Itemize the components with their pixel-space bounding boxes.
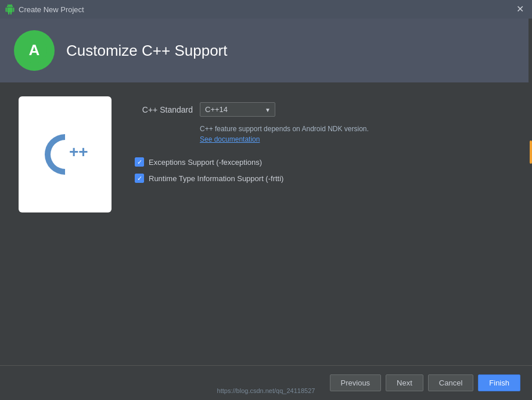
page-title: Customize C++ Support xyxy=(66,42,227,60)
header-logo: A xyxy=(14,30,55,71)
svg-text:A: A xyxy=(29,41,40,59)
header: A Customize C++ Support xyxy=(0,19,532,82)
title-bar-left: Create New Project xyxy=(5,4,84,15)
close-button[interactable]: ✕ xyxy=(513,3,527,15)
finish-button[interactable]: Finish xyxy=(478,374,520,391)
cpp-standard-select[interactable]: Toolchain Default C++14 C++11 C++17 xyxy=(200,102,275,117)
cpp-logo: ++ xyxy=(33,125,97,183)
exceptions-checkbox[interactable]: ✓ xyxy=(135,157,144,167)
title-bar-text: Create New Project xyxy=(19,5,84,14)
exceptions-checkbox-row: ✓ Exceptions Support (-fexceptions) xyxy=(135,157,513,167)
svg-text:++: ++ xyxy=(69,143,88,161)
title-bar: Create New Project ✕ xyxy=(0,0,532,19)
side-scrollbar xyxy=(529,19,532,365)
watermark: https://blog.csdn.net/qq_24118527 xyxy=(217,387,315,394)
main-content: ++ C++ Standard Toolchain Default C++14 … xyxy=(0,82,532,365)
rtti-label: Runtime Type Information Support (-frtti… xyxy=(149,174,283,183)
documentation-link[interactable]: See documentation xyxy=(200,135,513,143)
android-icon xyxy=(5,4,15,15)
rtti-check-icon: ✓ xyxy=(137,175,142,182)
preview-card: ++ xyxy=(19,96,112,212)
side-accent-bar xyxy=(530,140,532,164)
cpp-hint: C++ feature support depends on Android N… xyxy=(200,125,513,133)
cpp-logo-icon: ++ xyxy=(33,125,97,183)
cpp-standard-label: C++ Standard xyxy=(135,105,193,114)
rtti-checkbox-row: ✓ Runtime Type Information Support (-frt… xyxy=(135,174,513,183)
footer: Previous Next Cancel Finish xyxy=(0,365,532,400)
previous-button[interactable]: Previous xyxy=(330,374,382,391)
next-button[interactable]: Next xyxy=(386,374,423,391)
studio-logo-icon: A xyxy=(20,36,49,65)
rtti-checkbox[interactable]: ✓ xyxy=(135,174,144,183)
exceptions-check-icon: ✓ xyxy=(137,159,142,165)
cpp-standard-select-wrapper[interactable]: Toolchain Default C++14 C++11 C++17 xyxy=(200,102,275,117)
cpp-standard-row: C++ Standard Toolchain Default C++14 C++… xyxy=(135,102,513,117)
cancel-button[interactable]: Cancel xyxy=(428,374,473,391)
form-area: C++ Standard Toolchain Default C++14 C++… xyxy=(135,96,513,190)
exceptions-label: Exceptions Support (-fexceptions) xyxy=(149,158,262,167)
